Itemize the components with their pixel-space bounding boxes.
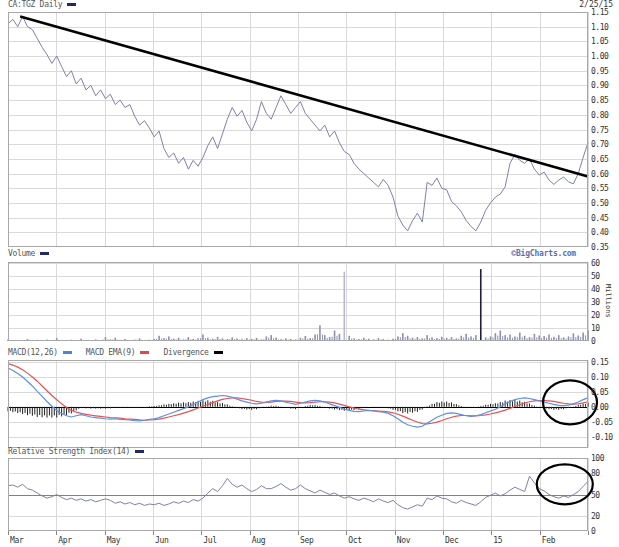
macd-legend-label: MACD EMA(9) xyxy=(86,348,136,357)
macd-legend-item: MACD(12,26) xyxy=(8,348,72,357)
price-ytick-0.35: 0.35 xyxy=(591,243,618,252)
volume-ytick-40: 40 xyxy=(591,285,618,294)
macd-legend-swatch xyxy=(63,351,72,354)
volume-bar xyxy=(334,331,336,341)
macd-ytick-0.00: 0.00 xyxy=(591,403,618,412)
price-ytick-0.75: 0.75 xyxy=(591,126,618,135)
price-ytick-1.05: 1.05 xyxy=(591,37,618,46)
price-legend: CA:TGZ Daily xyxy=(8,0,76,9)
price-series-swatch xyxy=(67,3,76,6)
volume-bar xyxy=(519,332,521,341)
macd-ytick--0.05: -0.05 xyxy=(591,418,618,427)
price-ytick-0.65: 0.65 xyxy=(591,155,618,164)
macd-legend-item: MACD EMA(9) xyxy=(86,348,150,357)
volume-bar xyxy=(317,334,318,341)
macd-ytick-0.15: 0.15 xyxy=(591,358,618,367)
rsi-ytick-0: 0 xyxy=(591,527,618,536)
volume-ytick-10: 10 xyxy=(591,324,618,333)
rsi-ytick-80: 80 xyxy=(591,469,618,478)
volume-bar xyxy=(582,332,584,341)
chart-graphic xyxy=(0,0,619,547)
price-ytick-0.45: 0.45 xyxy=(591,214,618,223)
xtick-15: 15 xyxy=(493,536,502,545)
rsi-series-swatch xyxy=(135,450,144,453)
volume-ytick-50: 50 xyxy=(591,272,618,281)
volume-bar xyxy=(573,333,575,341)
xtick-Apr: Apr xyxy=(58,536,72,545)
macd-legend: MACD(12,26)MACD EMA(9)Divergence xyxy=(8,348,237,357)
xtick-Oct: Oct xyxy=(348,536,362,545)
price-ytick-0.90: 0.90 xyxy=(591,81,618,90)
volume-bar xyxy=(402,333,404,341)
macd-legend-swatch xyxy=(214,351,223,354)
volume-bar xyxy=(465,334,467,341)
xtick-Nov: Nov xyxy=(397,536,411,545)
rsi-ytick-20: 20 xyxy=(591,512,618,521)
macd-legend-item: Divergence xyxy=(163,348,222,357)
price-ytick-0.40: 0.40 xyxy=(591,228,618,237)
macd-ytick--0.10: -0.10 xyxy=(591,433,618,442)
volume-bar xyxy=(499,331,501,341)
rsi-ytick-50: 50 xyxy=(591,491,618,500)
price-ytick-0.85: 0.85 xyxy=(591,96,618,105)
bigcharts-panel: CA:TGZ Daily 2/25/15 Volume ©BigCharts.c… xyxy=(0,0,619,547)
xtick-Jun: Jun xyxy=(155,536,169,545)
rsi-label: Relative Strength Index(14) xyxy=(8,447,130,456)
xtick-Aug: Aug xyxy=(252,536,266,545)
rsi-legend: Relative Strength Index(14) xyxy=(8,447,144,456)
volume-bar xyxy=(534,334,536,341)
volume-ytick-20: 20 xyxy=(591,311,618,320)
macd-legend-label: MACD(12,26) xyxy=(8,348,58,357)
price-ytick-0.70: 0.70 xyxy=(591,140,618,149)
volume-series-swatch xyxy=(40,252,49,255)
volume-ytick-30: 30 xyxy=(591,298,618,307)
price-ytick-0.95: 0.95 xyxy=(591,67,618,76)
xtick-Jul: Jul xyxy=(203,536,217,545)
volume-ytick-60: 60 xyxy=(591,259,618,268)
macd-ytick-0.10: 0.10 xyxy=(591,373,618,382)
rsi-ytick-100: 100 xyxy=(591,454,618,463)
price-ytick-1.10: 1.10 xyxy=(591,23,618,32)
xtick-May: May xyxy=(107,536,121,545)
volume-label: Volume xyxy=(8,249,35,258)
symbol-title: CA:TGZ Daily xyxy=(8,0,62,9)
price-ytick-0.80: 0.80 xyxy=(591,111,618,120)
volume-bar xyxy=(339,334,341,341)
price-ytick-0.60: 0.60 xyxy=(591,170,618,179)
volume-bar xyxy=(344,272,346,341)
volume-bar xyxy=(495,333,497,341)
xtick-Mar: Mar xyxy=(10,536,24,545)
volume-legend: Volume xyxy=(8,249,49,258)
bigcharts-credit: ©BigCharts.com xyxy=(420,249,576,258)
volume-bar xyxy=(480,269,482,341)
xtick-Sep: Sep xyxy=(300,536,314,545)
volume-bar xyxy=(319,325,321,341)
price-ytick-0.55: 0.55 xyxy=(591,184,618,193)
macd-legend-label: Divergence xyxy=(163,348,208,357)
price-ytick-1.00: 1.00 xyxy=(591,52,618,61)
xtick-Dec: Dec xyxy=(445,536,459,545)
macd-ytick-0.05: 0.05 xyxy=(591,388,618,397)
xtick-Feb: Feb xyxy=(542,536,556,545)
price-ytick-1.15: 1.15 xyxy=(591,8,618,17)
price-ytick-0.50: 0.50 xyxy=(591,199,618,208)
volume-ytick-0: 0 xyxy=(591,337,618,346)
macd-legend-swatch xyxy=(140,351,149,354)
